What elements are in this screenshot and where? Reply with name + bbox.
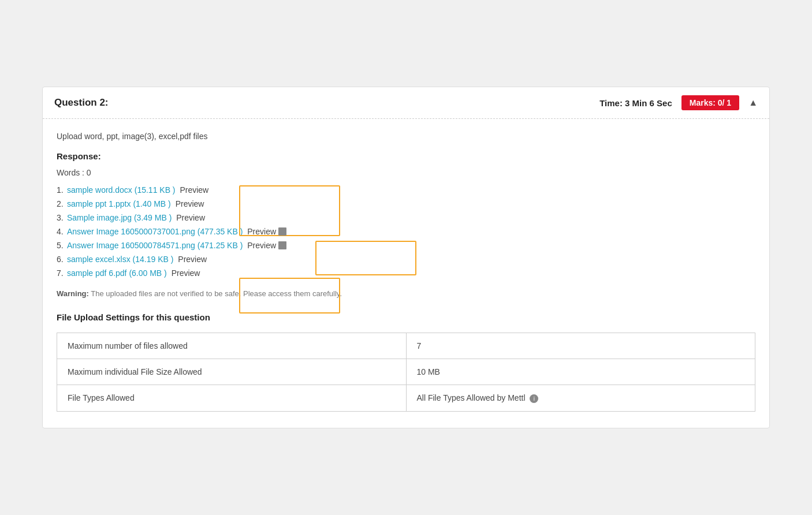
- card-body: Upload word, ppt, image(3), excel,pdf fi…: [43, 119, 769, 427]
- time-label: Time: 3 Min 6 Sec: [599, 98, 672, 108]
- preview-button[interactable]: Preview: [169, 268, 200, 278]
- list-item: 5. Answer Image 1605000784571.png (471.2…: [57, 241, 755, 250]
- list-item: 1. sample word.docx (15.11 KB ) Preview: [57, 185, 755, 195]
- file-number: 7.: [57, 268, 67, 278]
- file-types-text: All File Types Allowed by Mettl: [417, 393, 526, 402]
- preview-thumb-icon: [278, 227, 286, 236]
- info-icon[interactable]: i: [530, 394, 538, 403]
- file-number: 1.: [57, 185, 67, 195]
- file-link[interactable]: sample excel.xlsx (14.19 KB ): [67, 255, 173, 264]
- settings-table: Maximum number of files allowed 7 Maximu…: [57, 333, 755, 412]
- question-card: Question 2: Time: 3 Min 6 Sec Marks: 0/ …: [42, 87, 770, 428]
- file-list: 1. sample word.docx (15.11 KB ) Preview …: [57, 185, 755, 278]
- header-right: Time: 3 Min 6 Sec Marks: 0/ 1 ▲: [599, 95, 758, 110]
- file-number: 4.: [57, 227, 67, 236]
- setting-value: 10 MB: [406, 359, 755, 385]
- list-item: 4. Answer Image 1605000737001.png (477.3…: [57, 227, 755, 236]
- warning-label: Warning:: [57, 289, 89, 298]
- settings-title: File Upload Settings for this question: [57, 312, 755, 322]
- setting-label: Maximum individual File Size Allowed: [57, 359, 407, 385]
- setting-value: All File Types Allowed by Mettl i: [406, 385, 755, 411]
- table-row: Maximum number of files allowed 7: [57, 333, 755, 359]
- preview-button[interactable]: Preview: [178, 185, 209, 195]
- response-label: Response:: [57, 151, 755, 161]
- file-link[interactable]: sample ppt 1.pptx (1.40 MB ): [67, 199, 171, 208]
- file-number: 6.: [57, 255, 67, 264]
- preview-button[interactable]: Preview: [173, 199, 204, 208]
- file-link[interactable]: sample pdf 6.pdf (6.00 MB ): [67, 268, 167, 278]
- file-link[interactable]: Answer Image 1605000784571.png (471.25 K…: [67, 241, 243, 250]
- card-header: Question 2: Time: 3 Min 6 Sec Marks: 0/ …: [43, 87, 769, 119]
- preview-thumb-icon: [278, 241, 286, 249]
- preview-button[interactable]: Preview: [245, 227, 276, 236]
- list-item: 6. sample excel.xlsx (14.19 KB ) Preview: [57, 255, 755, 264]
- marks-badge: Marks: 0/ 1: [681, 95, 739, 110]
- instruction-text: Upload word, ppt, image(3), excel,pdf fi…: [57, 132, 755, 141]
- setting-label: Maximum number of files allowed: [57, 333, 407, 359]
- list-item: 3. Sample image.jpg (3.49 MB ) Preview: [57, 213, 755, 222]
- file-number: 5.: [57, 241, 67, 250]
- files-section: 1. sample word.docx (15.11 KB ) Preview …: [57, 185, 755, 278]
- file-link[interactable]: Answer Image 1605000737001.png (477.35 K…: [67, 227, 243, 236]
- question-title: Question 2:: [54, 97, 109, 109]
- file-link[interactable]: sample word.docx (15.11 KB ): [67, 185, 176, 195]
- preview-button[interactable]: Preview: [245, 241, 276, 250]
- preview-button[interactable]: Preview: [174, 213, 205, 222]
- setting-value: 7: [406, 333, 755, 359]
- file-number: 2.: [57, 199, 67, 208]
- setting-label: File Types Allowed: [57, 385, 407, 411]
- words-count: Words : 0: [57, 168, 755, 177]
- file-number: 3.: [57, 213, 67, 222]
- table-row: File Types Allowed All File Types Allowe…: [57, 385, 755, 411]
- preview-button[interactable]: Preview: [176, 255, 207, 264]
- warning-message: The uploaded files are not verified to b…: [91, 289, 342, 298]
- file-link[interactable]: Sample image.jpg (3.49 MB ): [67, 213, 172, 222]
- list-item: 7. sample pdf 6.pdf (6.00 MB ) Preview: [57, 268, 755, 278]
- warning-text: Warning: The uploaded files are not veri…: [57, 288, 755, 300]
- list-item: 2. sample ppt 1.pptx (1.40 MB ) Preview: [57, 199, 755, 208]
- collapse-icon[interactable]: ▲: [748, 98, 758, 108]
- table-row: Maximum individual File Size Allowed 10 …: [57, 359, 755, 385]
